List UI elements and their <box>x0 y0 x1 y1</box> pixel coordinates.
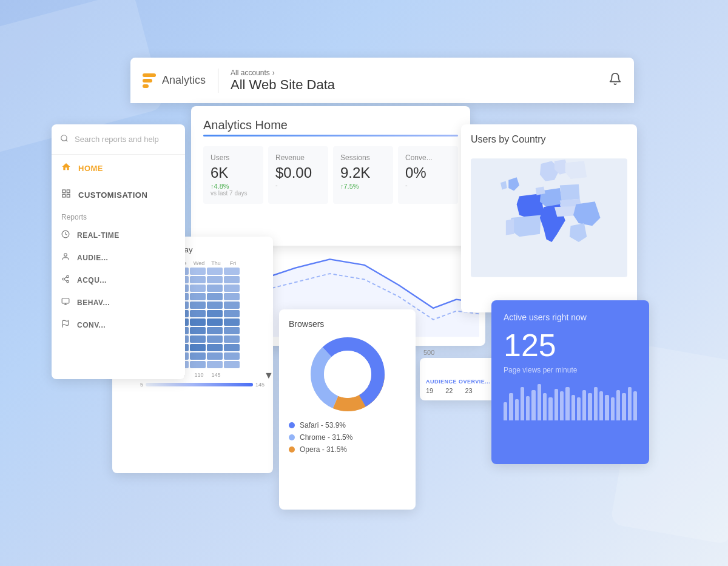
heatmap-cell <box>207 302 223 309</box>
svg-rect-13 <box>62 298 69 303</box>
mini-bar-item <box>582 390 586 420</box>
sidebar-item-home[interactable]: HOME <box>52 155 185 181</box>
mini-bar-item <box>628 387 632 420</box>
sidebar-item-behaviour[interactable]: BEHAV... <box>52 291 185 314</box>
svg-point-9 <box>62 278 65 280</box>
breadcrumb: All accounts › All Web Site Data <box>231 69 335 93</box>
sidebar-item-conversions[interactable]: CONV... <box>52 314 185 336</box>
active-users-card: Active users right now 125 Page views pe… <box>491 300 649 464</box>
sidebar-item-audience[interactable]: AUDIE... <box>52 246 185 269</box>
mini-bar-item <box>554 389 558 420</box>
heatmap-cell <box>190 302 206 309</box>
svg-rect-4 <box>62 194 66 197</box>
heatmap-cell <box>190 285 206 292</box>
mini-bar-item <box>611 397 615 420</box>
customisation-label: CUSTOMISATION <box>78 190 147 200</box>
sidebar-item-customisation[interactable]: CUSTOMISATION <box>52 181 185 208</box>
mini-bar-item <box>560 391 564 420</box>
reports-section-label: Reports <box>52 208 185 224</box>
heatmap-cell <box>207 344 223 351</box>
home-icon <box>61 162 71 174</box>
svg-line-12 <box>64 277 67 278</box>
heatmap-cell <box>207 310 223 317</box>
sessions-change: ↑7.5% <box>340 183 386 190</box>
mini-bar-item <box>571 395 575 420</box>
svg-point-23 <box>324 351 371 398</box>
heatmap-cell <box>207 327 223 334</box>
browsers-card: Browsers Safari - 53.9% Chrome - 31.5% O… <box>279 309 416 510</box>
heatmap-cell <box>190 327 206 334</box>
audience-numbers: 19 22 23 <box>426 387 493 394</box>
users-change: ↑4.8% <box>211 183 256 190</box>
browsers-title: Browsers <box>289 319 406 329</box>
heatmap-cell <box>190 293 206 300</box>
heatmap-cell <box>207 285 223 292</box>
breadcrumb-main: All Web Site Data <box>231 77 335 93</box>
heatmap-cell <box>207 335 223 343</box>
active-users-count: 125 <box>504 327 637 363</box>
dropdown-arrow-icon[interactable]: ▼ <box>264 370 274 381</box>
logo-bar-bot <box>143 84 149 88</box>
realtime-label: REAL-TIME <box>77 231 120 240</box>
sidebar-item-realtime[interactable]: REAL-TIME <box>52 224 185 246</box>
sidebar-search[interactable]: Search reports and help <box>52 124 185 155</box>
svg-rect-3 <box>67 190 70 193</box>
home-underline <box>203 135 458 136</box>
notification-bell-icon[interactable] <box>608 72 622 89</box>
flag-icon <box>61 320 70 330</box>
legend-chrome: Chrome - 31.5% <box>289 433 406 442</box>
country-title: Users by Country <box>471 134 627 145</box>
header-card: Analytics All accounts › All Web Site Da… <box>130 58 634 103</box>
logo-bar-mid <box>143 79 152 83</box>
mini-bar-item <box>622 393 625 420</box>
revenue-dash: - <box>275 181 321 189</box>
conv-label: Conve... <box>405 153 451 162</box>
value-500: 500 <box>423 349 434 356</box>
mini-bar-item <box>565 387 569 420</box>
day-label-fri: Fri <box>225 260 241 266</box>
mini-bar-item <box>543 393 547 420</box>
day-label-wed: Wed <box>191 260 207 266</box>
mini-bar-item <box>548 397 552 420</box>
metric-revenue: Revenue $0.00 - <box>268 146 328 204</box>
audience-overview-label: AUDIENCE OVERVIE... <box>426 379 493 385</box>
sessions-value: 9.2K <box>340 164 386 181</box>
users-label: Users <box>211 153 256 162</box>
heatmap-cell <box>224 310 240 317</box>
heatmap-cell <box>224 344 240 351</box>
heatmap-cell <box>207 293 223 300</box>
heatmap-cell <box>207 268 223 275</box>
svg-point-7 <box>64 254 67 257</box>
mini-bar-item <box>594 387 598 420</box>
revenue-value: $0.00 <box>275 164 321 181</box>
heatmap-cell <box>224 302 240 309</box>
heatmap-cell <box>224 361 240 368</box>
heatmap-cell <box>224 352 240 360</box>
heatmap-cell <box>190 361 206 368</box>
revenue-label: Revenue <box>275 153 321 162</box>
sessions-label: Sessions <box>340 153 386 162</box>
svg-rect-2 <box>62 190 66 193</box>
europe-map-svg <box>471 151 627 285</box>
heatmap-cell <box>207 361 223 368</box>
logo-bar-top <box>143 73 156 77</box>
conv-value: 0% <box>405 164 451 181</box>
mini-bar-item <box>605 395 608 420</box>
users-sub: vs last 7 days <box>211 190 256 197</box>
sidebar-item-acquisition[interactable]: ACQU... <box>52 269 185 291</box>
breadcrumb-top: All accounts › <box>231 69 335 77</box>
analytics-home-title: Analytics Home <box>203 118 458 132</box>
heatmap-cell <box>207 352 223 360</box>
heatmap-cell <box>207 318 223 326</box>
mini-bar-item <box>633 391 637 420</box>
donut-chart-wrapper <box>289 335 406 414</box>
mini-bar-item <box>538 384 541 420</box>
analytics-logo-icon <box>143 73 156 88</box>
mini-bar-item <box>521 387 524 420</box>
person-icon <box>61 252 70 263</box>
mini-bar-item <box>504 402 507 420</box>
analytics-home-card: Analytics Home Users 6K ↑4.8% vs last 7 … <box>191 106 470 246</box>
users-value: 6K <box>211 164 256 181</box>
heatmap-cell <box>190 318 206 326</box>
metric-conversions: Conve... 0% - <box>398 146 458 204</box>
